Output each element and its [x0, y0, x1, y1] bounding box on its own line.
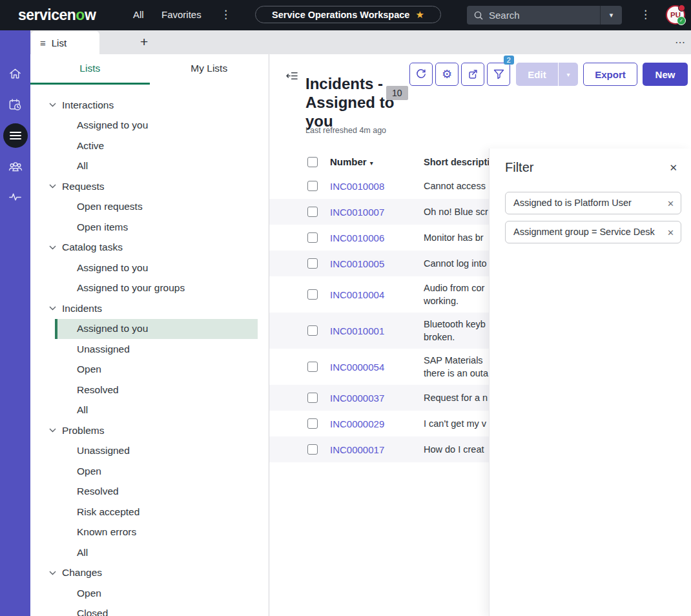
rail-lists-icon[interactable] [0, 123, 30, 148]
list-item[interactable]: Active [55, 136, 258, 156]
row-checkbox[interactable] [307, 362, 318, 372]
tab-my-lists[interactable]: My Lists [150, 54, 269, 85]
remove-filter-icon[interactable]: ✕ [667, 198, 674, 210]
list-item[interactable]: Assigned to your groups [55, 278, 258, 299]
list-item[interactable]: Risk accepted [55, 502, 258, 522]
tree-group-catalog-tasks[interactable]: Catalog tasks [30, 238, 269, 258]
list-item[interactable]: Unassigned [55, 441, 258, 462]
share-button[interactable] [461, 63, 484, 86]
row-checkbox[interactable] [307, 418, 318, 429]
row-checkbox[interactable] [307, 181, 318, 191]
filter-condition[interactable]: Assigned to is Platform User ✕ [505, 192, 681, 214]
filter-panel: Filter ✕ Assigned to is Platform User ✕ … [489, 149, 691, 616]
incident-link[interactable]: INC0010007 [330, 207, 384, 218]
lists-panel: Lists My Lists Interactions Assigned to … [30, 54, 269, 616]
rail-lists-active-circle [3, 123, 28, 148]
list-item[interactable]: All [55, 156, 258, 177]
tab-list[interactable]: ≡ List [31, 31, 99, 54]
list-item[interactable]: Open [55, 360, 258, 380]
rail-calendar-icon[interactable] [0, 98, 30, 112]
filter-panel-title: Filter [505, 160, 533, 175]
list-item[interactable]: Open [55, 583, 258, 604]
incident-link[interactable]: INC0000054 [330, 362, 384, 373]
filter-button[interactable]: 2 [487, 63, 510, 86]
list-item[interactable]: Unassigned [55, 339, 258, 360]
presence-badge: ✓ [677, 16, 686, 25]
list-item[interactable]: All [55, 542, 258, 563]
nav-favorites[interactable]: Favorites [161, 9, 201, 20]
incident-link[interactable]: INC0010001 [330, 325, 384, 336]
row-checkbox[interactable] [307, 232, 318, 243]
rail-home-icon[interactable] [0, 67, 30, 81]
filter-count-badge: 2 [504, 56, 514, 65]
global-search[interactable]: Search ▾ [467, 6, 622, 25]
lists-panel-tabs: Lists My Lists [30, 54, 269, 85]
row-checkbox[interactable] [307, 258, 318, 269]
tree-group-incidents[interactable]: Incidents [30, 298, 269, 319]
gear-icon: ⚙ [442, 68, 452, 80]
chevron-down-icon [49, 571, 56, 575]
search-dropdown-caret[interactable]: ▾ [601, 11, 622, 19]
add-tab-button[interactable]: + [140, 34, 148, 50]
chevron-down-icon [49, 184, 56, 189]
list-item[interactable]: Resolved [55, 482, 258, 502]
list-item[interactable]: Known errors [55, 522, 258, 543]
list-item[interactable]: Resolved [55, 380, 258, 400]
row-checkbox[interactable] [307, 393, 318, 403]
new-button[interactable]: New [643, 63, 688, 86]
filter-condition[interactable]: Assignment group = Service Desk ✕ [505, 221, 681, 243]
select-all-checkbox[interactable] [307, 157, 318, 167]
servicenow-logo: servicenow [18, 6, 96, 24]
list-item[interactable]: Closed [55, 604, 258, 616]
column-header-number[interactable]: Number▾ [330, 156, 424, 167]
tree-group-problems[interactable]: Problems [30, 420, 269, 441]
incident-link[interactable]: INC0000029 [330, 418, 384, 429]
list-item[interactable]: Assigned to you [55, 116, 258, 136]
collapse-panel-icon[interactable] [286, 71, 298, 81]
row-checkbox[interactable] [307, 444, 318, 455]
app-rail [0, 30, 30, 616]
refresh-button[interactable] [409, 63, 433, 86]
list-item-selected[interactable]: Assigned to you [55, 319, 258, 340]
list-item[interactable]: Open requests [55, 197, 258, 218]
close-icon[interactable]: ✕ [665, 161, 681, 175]
settings-button[interactable]: ⚙ [435, 63, 459, 86]
last-refreshed-text: Last refreshed 4m ago [305, 126, 386, 135]
tree-group-requests[interactable]: Requests [30, 176, 269, 197]
rail-activity-icon[interactable] [0, 190, 30, 205]
rail-users-icon[interactable] [0, 159, 30, 174]
row-checkbox[interactable] [307, 325, 318, 336]
incident-link[interactable]: INC0010005 [330, 258, 384, 269]
export-button[interactable]: Export [583, 63, 637, 86]
header-more-icon[interactable]: ⋮ [640, 8, 651, 21]
workspace-pill[interactable]: Service Operations Workspace ★ [255, 6, 441, 23]
incident-link[interactable]: INC0010008 [330, 181, 384, 192]
tree-group-interactions[interactable]: Interactions [30, 95, 269, 116]
search-icon [474, 11, 483, 20]
list-item[interactable]: Open [55, 461, 258, 482]
chevron-down-icon [49, 306, 56, 311]
sort-desc-icon: ▾ [370, 159, 373, 167]
incident-link[interactable]: INC0010006 [330, 232, 384, 243]
favorite-star-icon[interactable]: ★ [415, 9, 424, 21]
tab-overflow-icon[interactable]: ⋯ [675, 36, 686, 48]
row-checkbox[interactable] [307, 207, 318, 217]
avatar[interactable]: PU ✓ [666, 5, 685, 25]
tree-group-changes[interactable]: Changes [30, 563, 269, 584]
chevron-down-icon [49, 245, 56, 250]
global-header: servicenow All Favorites ⋮ Service Opera… [0, 0, 691, 30]
incident-link[interactable]: INC0000017 [330, 444, 384, 455]
edit-button[interactable]: Edit [516, 63, 558, 86]
row-checkbox[interactable] [307, 289, 318, 300]
incident-link[interactable]: INC0010004 [330, 289, 384, 300]
nav-all[interactable]: All [133, 9, 144, 20]
remove-filter-icon[interactable]: ✕ [667, 227, 674, 239]
nav-more-icon[interactable]: ⋮ [220, 8, 231, 21]
tab-lists[interactable]: Lists [30, 54, 150, 85]
list-item[interactable]: Open items [55, 217, 258, 238]
edit-dropdown-caret[interactable]: ▾ [558, 63, 578, 86]
list-item[interactable]: All [55, 400, 258, 421]
tab-list-label: List [52, 37, 67, 48]
incident-link[interactable]: INC0000037 [330, 393, 384, 404]
list-item[interactable]: Assigned to you [55, 258, 258, 278]
